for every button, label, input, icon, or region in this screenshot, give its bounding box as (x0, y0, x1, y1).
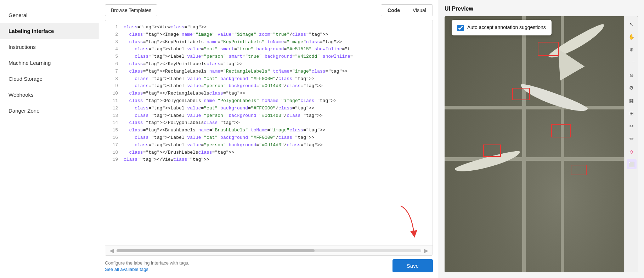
preview-image-container: Auto accept annotation suggestions ↖ ✋ ⊕… (445, 16, 638, 272)
bbox-2 (512, 88, 530, 100)
taxiway (522, 16, 526, 272)
code-text-9: class="tag"><Label value="person" backgr… (124, 83, 323, 90)
sidebar-item-danger-zone[interactable]: Danger Zone (0, 103, 99, 119)
code-line-14: 14 class="tag"></PolygonLabelsclass="tag… (105, 119, 433, 127)
tag-icon[interactable]: ⊞ (627, 108, 637, 118)
code-line-17: 17 class="tag"><Label value="person" bac… (105, 142, 433, 149)
line-number-13: 13 (108, 112, 118, 120)
line-number-8: 8 (108, 75, 118, 83)
line-number-15: 15 (108, 127, 118, 134)
bbox-4 (571, 165, 587, 175)
line-number-9: 9 (108, 83, 118, 90)
line-number-17: 17 (108, 142, 118, 149)
line-number-10: 10 (108, 90, 118, 97)
scroll-thumb (117, 249, 315, 252)
line-number-19: 19 (108, 156, 118, 164)
code-editor[interactable]: 1class="tag"><Viewclass="tag">>2 class="… (105, 20, 433, 256)
sidebar-item-machine-learning[interactable]: Machine Learning (0, 55, 99, 71)
code-line-12: 12 class="tag"><Label value="cat" backgr… (105, 105, 433, 112)
annotation-checkbox[interactable] (457, 25, 464, 31)
layers-icon[interactable]: ▦ (627, 96, 637, 106)
zoom-out-icon[interactable]: ⊖ (627, 70, 637, 80)
bbox-1 (538, 42, 559, 56)
taxiway (445, 157, 638, 161)
scroll-right-arrow[interactable]: ▶ (423, 247, 430, 254)
annotation-popup: Auto accept annotation suggestions (452, 20, 552, 35)
scissors-icon[interactable]: ✂ (627, 121, 637, 131)
zoom-in-icon[interactable]: ⊕ (627, 45, 637, 55)
footer-text-container: Configure the labeling interface with ta… (105, 260, 189, 272)
editor-footer: Configure the labeling interface with ta… (105, 256, 433, 274)
scroll-left-arrow[interactable]: ◀ (108, 247, 115, 254)
code-text-10: class="tag"></RectangleLabelsclass="tag"… (124, 90, 245, 97)
eraser-icon[interactable]: ◇ (627, 147, 637, 157)
settings-icon[interactable]: ⚙ (627, 83, 637, 93)
line-number-2: 2 (108, 31, 118, 39)
sidebar-item-labeling-interface[interactable]: Labeling Interface (0, 23, 99, 39)
code-text-16: class="tag"><Label value="cat" backgroun… (124, 134, 314, 142)
hand-icon[interactable]: ✋ (627, 32, 637, 42)
sidebar-item-instructions[interactable]: Instructions (0, 39, 99, 55)
line-number-4: 4 (108, 46, 118, 53)
code-line-11: 11 class="tag"><PolygonLabels name="Poly… (105, 97, 433, 105)
scroll-track[interactable] (117, 249, 421, 252)
code-text-19: class="tag"></Viewclass="tag">> (124, 156, 209, 164)
sidebar: GeneralLabeling InterfaceInstructionsMac… (0, 0, 99, 278)
code-text-17: class="tag"><Label value="person" backgr… (124, 142, 323, 149)
code-line-2: 2 class="tag"><Image name="image" value=… (105, 31, 433, 39)
cursor-icon[interactable]: ↖ (627, 19, 637, 29)
code-text-14: class="tag"></PolygonLabelsclass="tag">> (124, 119, 240, 127)
code-text-5: class="tag"><Label value="person" smart=… (124, 53, 353, 61)
visual-view-button[interactable]: Visual (406, 5, 433, 16)
scrollbar[interactable]: ◀ ▶ (105, 245, 433, 255)
see-tags-link[interactable]: See all available tags. (105, 267, 149, 272)
browse-templates-button[interactable]: Browse Templates (105, 4, 157, 16)
code-line-13: 13 class="tag"><Label value="person" bac… (105, 112, 433, 120)
bbox-5 (483, 144, 501, 157)
save-button[interactable]: Save (392, 259, 433, 272)
code-text-1: class="tag"><Viewclass="tag">> (124, 24, 207, 31)
code-text-3: class="tag"><KeyPointLabels name="KeyPoi… (124, 39, 342, 46)
code-text-15: class="tag"><BrushLabels name="BrushLabe… (124, 127, 326, 134)
configure-text: Configure the labeling interface with ta… (105, 260, 189, 266)
code-text-8: class="tag"><Label value="cat" backgroun… (124, 75, 314, 83)
code-text-18: class="tag"></BrushLabelsclass="tag">> (124, 149, 234, 157)
code-line-19: 19class="tag"></Viewclass="tag">> (105, 156, 433, 164)
line-number-16: 16 (108, 134, 118, 142)
bbox-3 (551, 124, 571, 137)
code-line-9: 9 class="tag"><Label value="person" back… (105, 83, 433, 90)
taxiway (445, 106, 638, 109)
pen-icon[interactable]: ✏ (627, 134, 637, 144)
code-text-12: class="tag"><Label value="cat" backgroun… (124, 105, 314, 112)
sidebar-item-webhooks[interactable]: Webhooks (0, 87, 99, 103)
line-number-18: 18 (108, 149, 118, 157)
code-text-13: class="tag"><Label value="person" backgr… (124, 112, 323, 120)
line-number-7: 7 (108, 68, 118, 75)
line-number-5: 5 (108, 53, 118, 61)
grid-icon[interactable]: ⋯⋯ (627, 57, 637, 67)
code-line-5: 5 class="tag"><Label value="person" smar… (105, 53, 433, 61)
code-view-button[interactable]: Code (381, 4, 407, 16)
code-line-6: 6 class="tag"></KeyPointLabelsclass="tag… (105, 61, 433, 68)
line-number-14: 14 (108, 119, 118, 127)
sidebar-item-general[interactable]: General (0, 7, 99, 23)
extra-icon[interactable]: ⬜ (627, 159, 637, 169)
code-line-1: 1class="tag"><Viewclass="tag">> (105, 24, 433, 31)
line-number-1: 1 (108, 24, 118, 31)
view-toggle: Code Visual (381, 4, 433, 16)
code-line-4: 4 class="tag"><Label value="cat" smart="… (105, 46, 433, 53)
code-line-7: 7 class="tag"><RectangleLabels name="Rec… (105, 68, 433, 75)
code-content: 1class="tag"><Viewclass="tag">>2 class="… (105, 20, 433, 245)
code-line-18: 18 class="tag"></BrushLabelsclass="tag">… (105, 149, 433, 157)
preview-panel: UI Preview Au (439, 0, 644, 278)
line-number-11: 11 (108, 97, 118, 105)
sidebar-item-cloud-storage[interactable]: Cloud Storage (0, 71, 99, 87)
code-text-7: class="tag"><RectangleLabels name="Recta… (124, 68, 348, 75)
toolbar: Browse Templates Code Visual (105, 4, 433, 16)
line-number-3: 3 (108, 39, 118, 46)
code-text-6: class="tag"></KeyPointLabelsclass="tag">… (124, 61, 243, 68)
preview-title: UI Preview (445, 6, 638, 12)
code-line-3: 3 class="tag"><KeyPointLabels name="KeyP… (105, 39, 433, 46)
line-number-12: 12 (108, 105, 118, 112)
code-line-15: 15 class="tag"><BrushLabels name="BrushL… (105, 127, 433, 134)
